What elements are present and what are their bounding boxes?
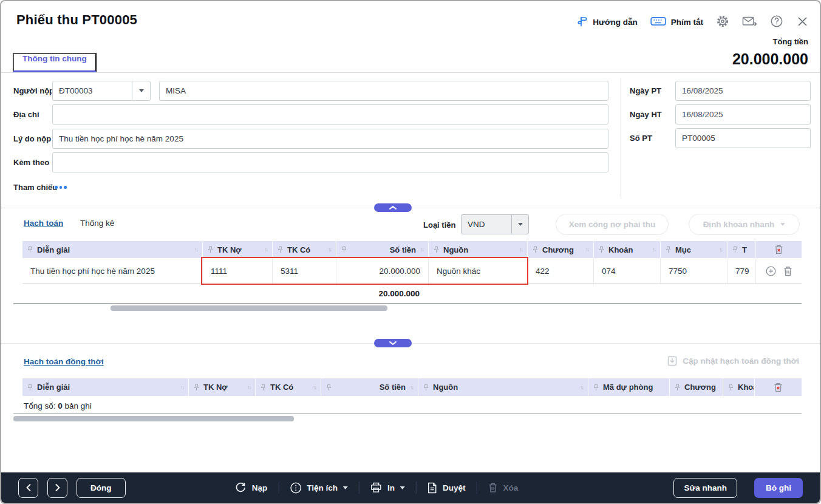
delete-all-rows-button[interactable] xyxy=(755,241,802,258)
tham-chieu-ellipsis-icon[interactable] xyxy=(55,186,67,189)
col-khoan[interactable]: Khoản xyxy=(723,378,754,396)
col-tk-no[interactable]: TK Nợ↑↓ xyxy=(188,378,255,396)
view-receivables-button[interactable]: Xem công nợ phải thu xyxy=(556,214,669,235)
update-simultaneous-button[interactable]: Cập nhật hạch toán đồng thời xyxy=(667,356,799,366)
delete-row-button[interactable] xyxy=(783,266,792,276)
col-tk-no[interactable]: TK Nợ↑↓ xyxy=(202,241,272,258)
ngay-ht-field[interactable]: 16/08/2025 xyxy=(675,104,811,124)
col-dien-giai[interactable]: Diễn giải↑↓ xyxy=(22,378,188,396)
scrollbar-thumb[interactable] xyxy=(13,416,294,421)
pin-icon xyxy=(261,384,266,391)
print-button[interactable]: In xyxy=(370,482,405,493)
nguoi-nop-dropdown-arrow[interactable] xyxy=(132,81,150,100)
col-tk-co[interactable]: TK Có↑↓ xyxy=(255,378,321,396)
kem-theo-field[interactable] xyxy=(52,152,608,172)
quick-edit-button[interactable]: Sửa nhanh xyxy=(673,478,737,498)
tham-chieu-label: Tham chiếu xyxy=(13,177,57,197)
cell-chuong[interactable]: 422 xyxy=(527,258,593,284)
col-nguon[interactable]: Nguồn↑↓ xyxy=(418,378,588,396)
ly-do-nop-field[interactable]: Thu tiền học phí học hè năm 2025 xyxy=(52,129,608,149)
close-voucher-button[interactable]: Đóng xyxy=(77,478,126,498)
trash-icon xyxy=(488,482,498,493)
scrollbar-thumb[interactable] xyxy=(111,305,387,311)
dia-chi-field[interactable] xyxy=(52,104,608,124)
sort-icon: ↑↓ xyxy=(719,247,722,253)
cell-khoan[interactable]: 074 xyxy=(593,258,660,284)
ngay-pt-field[interactable]: 16/08/2025 xyxy=(675,81,811,101)
cell-t[interactable]: 779 xyxy=(727,258,755,284)
collapse-down-button[interactable] xyxy=(374,339,412,347)
nguoi-nop-label: Người nộp xyxy=(13,81,54,101)
pin-icon xyxy=(27,384,33,391)
footer-divider xyxy=(477,482,477,494)
col-tk-co[interactable]: TK Có↑↓ xyxy=(272,241,336,258)
next-record-button[interactable] xyxy=(47,478,67,498)
so-pt-field[interactable]: PT00005 xyxy=(675,128,811,148)
send-mail-button[interactable] xyxy=(742,15,757,29)
guide-icon xyxy=(576,16,588,29)
col-t[interactable]: T xyxy=(727,241,755,258)
unpost-button[interactable]: Bỏ ghi xyxy=(754,478,803,498)
pin-icon xyxy=(326,384,332,391)
sort-icon: ↑↓ xyxy=(264,247,267,253)
sort-icon: ↑↓ xyxy=(420,247,423,253)
delete-button[interactable]: Xóa xyxy=(488,482,519,493)
sort-icon: ↑↓ xyxy=(585,247,588,253)
close-button[interactable] xyxy=(796,15,809,30)
download-update-icon xyxy=(667,356,677,366)
col-chuong[interactable]: Chương xyxy=(669,378,723,396)
cell-dien-giai[interactable]: Thu tiền học phí học hè năm 2025 xyxy=(22,258,202,284)
document-icon xyxy=(428,482,437,494)
reload-button[interactable]: Nạp xyxy=(235,482,268,494)
utilities-label: Tiện ích xyxy=(307,483,338,492)
guide-button[interactable]: Hướng dẫn xyxy=(576,16,637,29)
col-so-tien[interactable]: Số tiền↑↓ xyxy=(336,241,428,258)
approve-label: Duyệt xyxy=(443,483,466,492)
footer-toolbar: Đóng Nạp Tiện ích xyxy=(1,472,820,503)
footer-divider xyxy=(416,482,417,494)
collapse-up-button[interactable] xyxy=(374,203,412,212)
refresh-icon xyxy=(235,482,247,494)
ly-do-nop-label: Lý do nộp xyxy=(13,129,51,149)
cell-nguon[interactable]: Nguồn khác xyxy=(428,258,527,284)
shortcuts-button[interactable]: Phím tắt xyxy=(650,16,703,29)
col-muc[interactable]: Mục↑↓ xyxy=(660,241,727,258)
cell-muc[interactable]: 7750 xyxy=(660,258,727,284)
quick-entry-button[interactable]: Định khoản nhanh xyxy=(689,214,800,235)
sort-icon: ↑↓ xyxy=(247,384,250,390)
delete-all-rows-button[interactable] xyxy=(754,378,802,396)
col-nguon[interactable]: Nguồn↑↓ xyxy=(428,241,527,258)
hach-toan-dong-thoi-link[interactable]: Hạch toán đồng thời xyxy=(24,357,104,366)
add-row-button[interactable] xyxy=(766,266,776,276)
footer-divider xyxy=(278,482,279,494)
tab-thong-tin-chung[interactable]: Thông tin chung xyxy=(13,53,97,72)
pin-icon xyxy=(194,384,199,391)
record-count: 0 xyxy=(58,401,63,410)
col-so-tien[interactable]: Số tiền↑↓ xyxy=(321,378,418,396)
nguoi-nop-name-field[interactable]: MISA xyxy=(159,81,608,101)
cell-so-tien[interactable]: 20.000.000 xyxy=(336,258,428,284)
chevron-left-icon xyxy=(26,484,31,491)
guide-label: Hướng dẫn xyxy=(593,18,637,27)
col-dien-giai[interactable]: Diễn giải↑↓ xyxy=(22,241,202,258)
cell-tk-co[interactable]: 5311 xyxy=(272,258,336,284)
prev-record-button[interactable] xyxy=(18,478,38,498)
table-row: Thu tiền học phí học hè năm 2025 1111 53… xyxy=(22,258,802,284)
utilities-button[interactable]: Tiện ích xyxy=(290,482,348,494)
ngay-ht-label: Ngày HT xyxy=(630,104,662,124)
col-ma-du-phong[interactable]: Mã dự phòng xyxy=(588,378,669,396)
col-khoan[interactable]: Khoản↑↓ xyxy=(593,241,660,258)
tab-hach-toan[interactable]: Hạch toán xyxy=(24,219,63,228)
approve-button[interactable]: Duyệt xyxy=(428,482,466,494)
table-bottom-line xyxy=(13,303,802,304)
help-button[interactable] xyxy=(770,15,783,30)
settings-button[interactable] xyxy=(716,15,729,30)
cell-tk-no[interactable]: 1111 xyxy=(202,258,272,284)
sort-icon: ↑↓ xyxy=(580,384,583,390)
tab-thong-ke[interactable]: Thống kê xyxy=(80,219,114,228)
pin-icon xyxy=(27,246,33,253)
nguoi-nop-combo[interactable]: ĐT00003 xyxy=(52,81,151,101)
col-chuong[interactable]: Chương↑↓ xyxy=(527,241,593,258)
ngay-pt-label: Ngày PT xyxy=(630,81,661,101)
currency-select[interactable]: VND xyxy=(461,214,529,234)
